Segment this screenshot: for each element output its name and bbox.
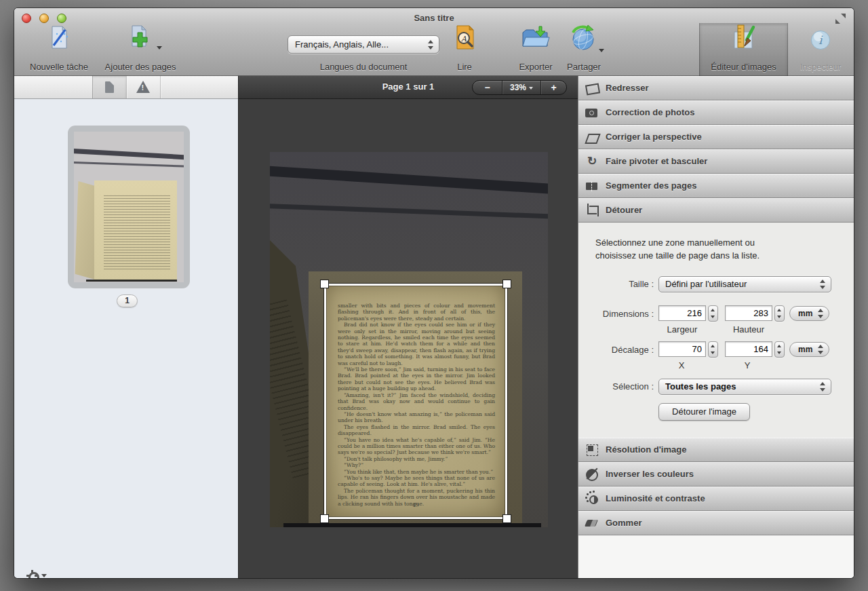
- height-sub-label: Hauteur: [733, 324, 764, 335]
- document-languages-select[interactable]: Français, Anglais, Alle...: [288, 35, 439, 54]
- page-size-value: Défini par l'utilisateur: [665, 279, 747, 289]
- tool-label: Gommer: [606, 511, 642, 535]
- dimensions-label: Dimensions :: [578, 309, 654, 319]
- magic-wand-document-icon: [47, 24, 71, 50]
- offset-unit-select[interactable]: mm: [789, 342, 829, 357]
- inspector-button[interactable]: i Inspecteur: [791, 8, 850, 76]
- tool-label: Redresser: [606, 76, 649, 100]
- zoom-control: − 33% +: [472, 80, 567, 95]
- width-sub-label: Largeur: [667, 324, 698, 335]
- zoom-level-dropdown[interactable]: 33%: [502, 81, 541, 94]
- page-number-badge: 1: [117, 294, 138, 307]
- dimensions-unit-select[interactable]: mm: [789, 306, 829, 321]
- tool-invert-colors[interactable]: Inverser les couleurs: [578, 462, 854, 487]
- crop-handle-top-left[interactable]: [320, 280, 329, 288]
- zoom-out-button[interactable]: −: [473, 81, 502, 94]
- offset-label: Décalage :: [578, 345, 654, 355]
- sidebar-tabbar: !: [14, 76, 238, 99]
- height-field[interactable]: [725, 305, 772, 321]
- add-page-icon: [127, 24, 152, 50]
- selection-scope-select[interactable]: Toutes les pages: [658, 379, 831, 395]
- share-button[interactable]: Partager: [561, 8, 607, 76]
- page-thumbnail[interactable]: [68, 126, 190, 288]
- actions-gear-button[interactable]: [26, 569, 50, 578]
- read-button[interactable]: A Lire: [446, 8, 484, 76]
- select-updown-icon: [820, 381, 826, 392]
- crop-icon: [585, 204, 599, 217]
- share-globe-icon: [570, 24, 597, 52]
- new-task-label: Nouvelle tâche: [21, 62, 97, 72]
- titlebar-toolbar: Sans titre Nouvelle tâche Ajouter des pa…: [14, 8, 854, 76]
- crop-selection[interactable]: smaller with bits and pieces of colour a…: [324, 284, 507, 519]
- straighten-icon: [585, 81, 599, 95]
- share-menu-caret: [599, 49, 604, 52]
- width-field[interactable]: [658, 305, 706, 321]
- tool-label: Segmenter des pages: [606, 174, 696, 197]
- eraser-icon: [585, 516, 599, 530]
- crop-handle-bottom-left[interactable]: [320, 514, 329, 523]
- photo-shelf-line: [270, 204, 548, 219]
- tool-label: Détourer: [606, 198, 642, 222]
- brightness-contrast-icon: [585, 492, 599, 506]
- photo-shelf-line: [74, 149, 184, 160]
- book-shadow: [283, 523, 541, 527]
- add-pages-menu-caret: [157, 46, 162, 50]
- image-editor-panel: Redresser Correction de photos Corriger …: [578, 76, 854, 578]
- book-text: smaller with bits and pieces of colour a…: [338, 303, 495, 507]
- crop-handle-bottom-right[interactable]: [502, 514, 511, 523]
- export-label: Exporter: [513, 62, 558, 72]
- tool-split-pages[interactable]: Segmenter des pages: [578, 174, 854, 198]
- page-size-select[interactable]: Défini par l'utilisateur: [658, 276, 831, 292]
- book-text-lines: [104, 195, 170, 270]
- gear-menu-caret: [41, 574, 47, 577]
- offset-y-stepper[interactable]: [774, 341, 785, 358]
- export-button[interactable]: Exporter: [513, 8, 558, 76]
- instruction-line: Sélectionnez une zone manuellement ou: [595, 237, 755, 248]
- zoom-level-value: 33%: [510, 83, 526, 92]
- tool-image-resolution[interactable]: Résolution d'image: [578, 438, 854, 462]
- book-shadow: [86, 280, 177, 282]
- width-stepper[interactable]: [708, 305, 718, 322]
- tool-label: Inverser les couleurs: [606, 462, 694, 486]
- tool-rotate-flip[interactable]: ↻ Faire pivoter et basculer: [578, 149, 854, 174]
- tool-label: Luminosité et contraste: [606, 487, 705, 510]
- camera-icon: [585, 106, 599, 119]
- tool-fix-perspective[interactable]: Corriger la perspective: [578, 125, 854, 149]
- select-updown-icon: [428, 39, 434, 50]
- segment-divider: [126, 76, 127, 98]
- inspector-label: Inspecteur: [791, 62, 850, 72]
- book-right-page: [94, 180, 177, 280]
- offset-x-field[interactable]: [658, 341, 706, 357]
- height-stepper[interactable]: [774, 305, 785, 322]
- select-updown-icon: [820, 279, 826, 290]
- add-pages-button[interactable]: Ajouter des pages: [99, 8, 182, 76]
- warnings-tab-icon[interactable]: !: [136, 81, 150, 93]
- crop-image-button[interactable]: Détourer l'image: [658, 403, 750, 421]
- document-languages-label: Langues du document: [288, 62, 439, 72]
- image-editor-button[interactable]: Éditeur d'images: [699, 8, 788, 76]
- selection-label: Sélection :: [578, 381, 654, 392]
- offset-x-stepper[interactable]: [708, 341, 718, 358]
- new-task-button[interactable]: Nouvelle tâche: [21, 8, 97, 76]
- tool-crop[interactable]: Détourer: [578, 198, 854, 223]
- svg-text:A: A: [460, 35, 467, 43]
- tool-straighten[interactable]: Redresser: [578, 76, 854, 100]
- offset-y-field[interactable]: [725, 341, 772, 357]
- crop-instruction: Sélectionnez une zone manuellement ou ch…: [595, 236, 840, 262]
- perspective-icon: [585, 130, 599, 144]
- pages-tab-icon[interactable]: [105, 81, 114, 93]
- instruction-line: choisissez une taille de page dans la li…: [595, 250, 760, 261]
- tool-erase[interactable]: Gommer: [578, 511, 854, 535]
- crop-handle-top-right[interactable]: [502, 280, 511, 288]
- chevron-down-icon: [529, 87, 533, 90]
- tool-brightness-contrast[interactable]: Luminosité et contraste: [578, 487, 854, 511]
- selection-scope-value: Toutes les pages: [665, 381, 736, 392]
- pages-sidebar: ! 1: [14, 76, 239, 578]
- crop-tool-panel: Sélectionnez une zone manuellement ou ch…: [578, 223, 854, 438]
- zoom-in-button[interactable]: +: [541, 81, 566, 94]
- select-updown-icon: [818, 308, 824, 319]
- segment-divider: [160, 76, 161, 98]
- tool-photo-correction[interactable]: Correction de photos: [578, 100, 854, 125]
- x-sub-label: X: [679, 360, 685, 370]
- share-label: Partager: [561, 62, 607, 72]
